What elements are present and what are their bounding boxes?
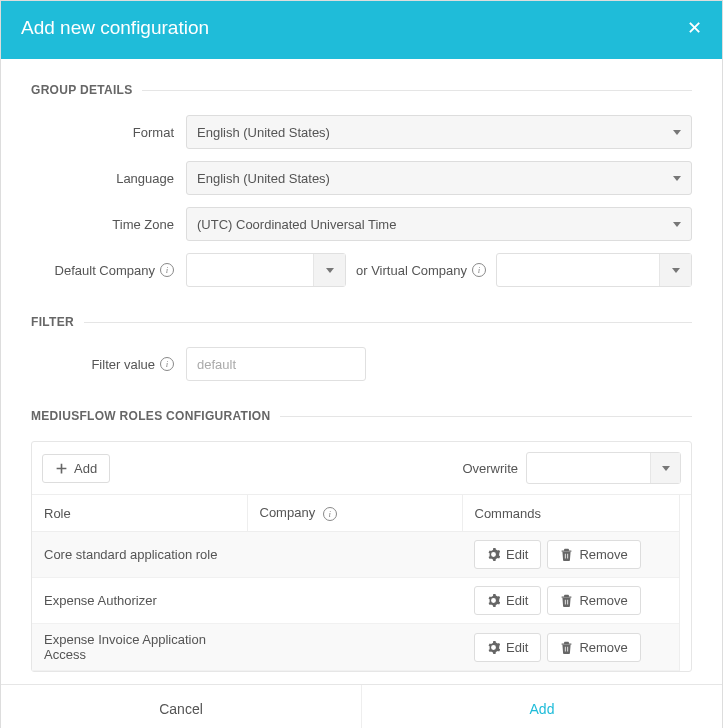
cell-company — [247, 624, 462, 671]
section-title-group-details: GROUP DETAILS — [31, 83, 692, 97]
add-role-button[interactable]: Add — [42, 454, 110, 483]
chevron-down-icon — [662, 466, 670, 471]
label-filter-value: Filter value i — [31, 357, 186, 372]
virtual-company-select[interactable] — [496, 253, 692, 287]
add-button[interactable]: Add — [362, 685, 722, 728]
toolbar-right: Overwrite — [462, 452, 681, 484]
edit-button[interactable]: Edit — [474, 633, 541, 662]
chevron-down-icon — [326, 268, 334, 273]
add-configuration-modal: Add new configuration ✕ GROUP DETAILS Fo… — [0, 0, 723, 728]
info-icon[interactable]: i — [323, 507, 337, 521]
row-language: Language English (United States) — [31, 161, 692, 195]
table-row: Expense AuthorizerEditRemove — [32, 578, 679, 624]
th-commands: Commands — [462, 495, 679, 532]
section-title-roles: MEDIUSFLOW ROLES CONFIGURATION — [31, 409, 692, 423]
timezone-select[interactable]: (UTC) Coordinated Universal Time — [186, 207, 692, 241]
remove-button[interactable]: Remove — [547, 540, 640, 569]
edit-button[interactable]: Edit — [474, 540, 541, 569]
table-row: Expense Invoice Application AccessEditRe… — [32, 624, 679, 671]
row-company: Default Company i or Virtual Company i — [31, 253, 692, 287]
cancel-button[interactable]: Cancel — [1, 685, 362, 728]
timezone-value: (UTC) Coordinated Universal Time — [197, 217, 396, 232]
roles-panel: Add Overwrite Role Com — [31, 441, 692, 672]
remove-button[interactable]: Remove — [547, 586, 640, 615]
cell-company — [247, 532, 462, 578]
trash-icon — [560, 548, 573, 561]
cell-role: Core standard application role — [32, 532, 247, 578]
trash-icon — [560, 641, 573, 654]
info-icon[interactable]: i — [160, 263, 174, 277]
label-timezone: Time Zone — [31, 217, 186, 232]
format-value: English (United States) — [197, 125, 330, 140]
table-row: Core standard application roleEditRemove — [32, 532, 679, 578]
section-title-filter: FILTER — [31, 315, 692, 329]
label-overwrite: Overwrite — [462, 461, 518, 476]
chevron-down-icon — [673, 130, 681, 135]
close-icon[interactable]: ✕ — [687, 19, 702, 37]
label-or-virtual: or Virtual Company i — [356, 263, 486, 278]
row-format: Format English (United States) — [31, 115, 692, 149]
cell-commands: EditRemove — [462, 578, 679, 624]
th-role: Role — [32, 495, 247, 532]
roles-toolbar: Add Overwrite — [32, 442, 691, 495]
trash-icon — [560, 594, 573, 607]
modal-footer: Cancel Add — [1, 684, 722, 728]
default-company-select[interactable] — [186, 253, 346, 287]
row-filter-value: Filter value i — [31, 347, 692, 381]
info-icon[interactable]: i — [472, 263, 486, 277]
cell-commands: EditRemove — [462, 624, 679, 671]
modal-title: Add new configuration — [21, 17, 209, 39]
gear-icon — [487, 641, 500, 654]
cell-role: Expense Invoice Application Access — [32, 624, 247, 671]
format-select[interactable]: English (United States) — [186, 115, 692, 149]
row-timezone: Time Zone (UTC) Coordinated Universal Ti… — [31, 207, 692, 241]
language-value: English (United States) — [197, 171, 330, 186]
cell-commands: EditRemove — [462, 532, 679, 578]
filter-value-input[interactable] — [186, 347, 366, 381]
info-icon[interactable]: i — [160, 357, 174, 371]
remove-button[interactable]: Remove — [547, 633, 640, 662]
cell-role: Expense Authorizer — [32, 578, 247, 624]
gear-icon — [487, 548, 500, 561]
label-format: Format — [31, 125, 186, 140]
chevron-down-icon — [673, 222, 681, 227]
th-company: Company i — [247, 495, 462, 532]
modal-header: Add new configuration ✕ — [1, 1, 722, 59]
edit-button[interactable]: Edit — [474, 586, 541, 615]
chevron-down-icon — [673, 176, 681, 181]
gear-icon — [487, 594, 500, 607]
scrollbar[interactable] — [679, 495, 691, 671]
chevron-down-icon — [672, 268, 680, 273]
modal-body: GROUP DETAILS Format English (United Sta… — [1, 59, 722, 684]
plus-icon — [55, 462, 68, 475]
label-default-company: Default Company i — [31, 263, 186, 278]
cell-company — [247, 578, 462, 624]
label-language: Language — [31, 171, 186, 186]
language-select[interactable]: English (United States) — [186, 161, 692, 195]
overwrite-select[interactable] — [526, 452, 681, 484]
roles-table: Role Company i Commands Core standard ap… — [32, 495, 679, 671]
